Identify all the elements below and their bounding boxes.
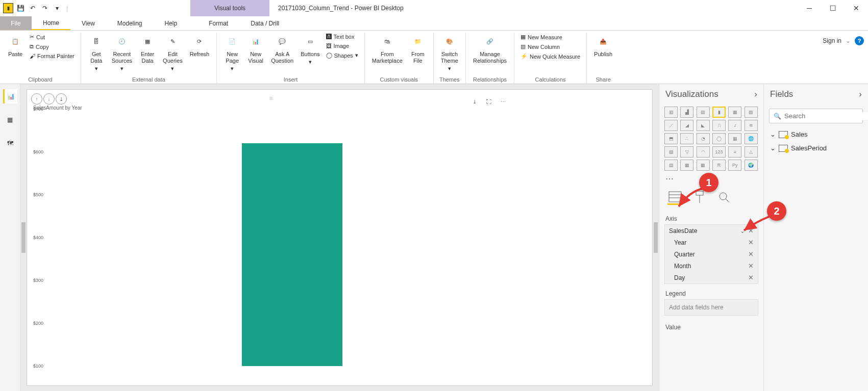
viz-100-stacked-bar[interactable]: ▦: [728, 107, 741, 118]
manage-relationships-button[interactable]: 🔗Manage Relationships: [470, 33, 510, 65]
ask-question-button[interactable]: 💬Ask A Question: [268, 33, 296, 65]
drill-up-button[interactable]: ↑: [31, 93, 42, 105]
edit-queries-button[interactable]: ✎Edit Queries▾: [160, 33, 186, 73]
recent-sources-button[interactable]: 🕘Recent Sources▾: [109, 33, 135, 73]
image-button[interactable]: 🖼Image: [324, 42, 360, 50]
remove-field-icon[interactable]: ✕: [748, 239, 754, 246]
expand-icon[interactable]: ⌄: [770, 131, 776, 138]
maximize-button[interactable]: ☐: [821, 0, 845, 16]
viz-treemap[interactable]: ▦: [728, 133, 741, 144]
chevron-down-icon[interactable]: ⌄: [846, 37, 851, 44]
viz-line-stacked-column[interactable]: ⎍: [712, 120, 726, 131]
viz-slicer[interactable]: ▤: [664, 160, 678, 171]
column-chart-visual[interactable]: ↑ ↓ ⤓ ≡ ⤓ ⛶ ⋯ SalesAmount by Year $700 $…: [31, 93, 511, 378]
qat-more-icon[interactable]: ▾: [52, 3, 62, 13]
drill-down-button[interactable]: ↓: [43, 93, 55, 105]
new-column-button[interactable]: ▥New Column: [518, 42, 582, 51]
focus-mode-icon[interactable]: ⛶: [483, 96, 494, 107]
format-painter-button[interactable]: 🖌Format Painter: [28, 52, 77, 60]
axis-field-year[interactable]: Year✕: [665, 237, 758, 248]
save-icon[interactable]: 💾: [15, 3, 26, 13]
expand-all-button[interactable]: ⤓: [56, 93, 67, 105]
viz-clustered-column[interactable]: ▮: [712, 107, 726, 118]
buttons-button[interactable]: ▭Buttons▾: [297, 33, 323, 66]
report-view-button[interactable]: 📊: [3, 89, 17, 103]
close-button[interactable]: ✕: [845, 0, 868, 16]
tab-help[interactable]: Help: [154, 16, 189, 30]
expand-icon[interactable]: ⌄: [770, 144, 776, 152]
copy-button[interactable]: ⧉Copy: [28, 42, 77, 51]
viz-map[interactable]: 🌐: [745, 133, 758, 144]
viz-funnel[interactable]: ▽: [680, 146, 693, 158]
viz-stacked-bar[interactable]: ▥: [664, 107, 678, 118]
from-marketplace-button[interactable]: 🛍From Marketplace: [369, 33, 406, 65]
viz-ribbon[interactable]: ≋: [745, 120, 758, 131]
viz-pie[interactable]: ◔: [697, 133, 710, 144]
axis-field-quarter[interactable]: Quarter✕: [665, 248, 758, 260]
visual-drag-handle-icon[interactable]: ≡: [269, 95, 272, 102]
axis-field-month[interactable]: Month✕: [665, 260, 758, 272]
fields-search-input[interactable]: [784, 112, 868, 120]
data-view-button[interactable]: ▦: [3, 113, 17, 127]
get-data-button[interactable]: 🗄Get Data▾: [85, 33, 108, 73]
text-box-button[interactable]: 🅰Text box: [324, 33, 360, 41]
chart-bar[interactable]: [242, 143, 342, 366]
viz-matrix[interactable]: ▦: [697, 160, 710, 171]
export-data-icon[interactable]: ⤓: [469, 96, 480, 107]
axis-field-day[interactable]: Day✕: [665, 272, 758, 283]
viz-clustered-bar[interactable]: ▤: [697, 107, 710, 118]
tab-modeling[interactable]: Modeling: [106, 16, 154, 30]
cut-button[interactable]: ✂Cut: [28, 33, 77, 41]
viz-filled-map[interactable]: ▨: [664, 146, 678, 158]
viz-area[interactable]: ◢: [680, 120, 693, 131]
viz-py[interactable]: Py: [728, 160, 741, 171]
redo-icon[interactable]: ↷: [40, 3, 50, 13]
viz-stacked-column[interactable]: ▟: [680, 107, 693, 118]
sign-in-link[interactable]: Sign in: [823, 37, 841, 44]
undo-icon[interactable]: ↶: [28, 3, 38, 13]
paste-button[interactable]: 📋 Paste: [4, 33, 27, 59]
viz-multi-row-card[interactable]: ≡: [728, 146, 741, 158]
model-view-button[interactable]: 🗺: [3, 136, 17, 150]
viz-scatter[interactable]: ∴: [680, 133, 693, 144]
viz-donut[interactable]: ◯: [712, 133, 726, 144]
tab-home[interactable]: Home: [32, 16, 70, 30]
field-table-salesperiod[interactable]: ⌄ SalesPeriod: [764, 141, 868, 155]
tab-view[interactable]: View: [70, 16, 106, 30]
minimize-button[interactable]: ─: [798, 0, 821, 16]
viz-line-clustered-column[interactable]: ⎎: [728, 120, 741, 131]
from-file-button[interactable]: 📁From File: [407, 33, 429, 65]
viz-card[interactable]: 123: [712, 146, 726, 158]
enter-data-button[interactable]: ▦Enter Data: [136, 33, 159, 65]
canvas-grip-left[interactable]: [21, 222, 26, 253]
legend-field-well[interactable]: Add data fields here: [664, 299, 758, 316]
viz-arcgis[interactable]: 🌍: [745, 160, 758, 171]
shapes-button[interactable]: ◯Shapes▾: [324, 51, 360, 60]
viz-kpi[interactable]: △: [745, 146, 758, 158]
analytics-tab[interactable]: [716, 190, 732, 205]
viz-table[interactable]: ▦: [680, 160, 693, 171]
new-visual-button[interactable]: 📊New Visual: [244, 33, 267, 65]
new-measure-button[interactable]: ▦New Measure: [518, 33, 582, 41]
viz-stacked-area[interactable]: ◣: [697, 120, 710, 131]
viz-gauge[interactable]: ◠: [697, 146, 710, 158]
tab-data-drill[interactable]: Data / Drill: [239, 16, 290, 30]
canvas-grip-right[interactable]: [654, 222, 658, 253]
new-quick-measure-button[interactable]: ⚡New Quick Measure: [518, 52, 582, 61]
viz-line[interactable]: ／: [664, 120, 678, 131]
viz-waterfall[interactable]: ⬒: [664, 133, 678, 144]
collapse-pane-icon[interactable]: ›: [859, 89, 862, 99]
collapse-pane-icon[interactable]: ›: [754, 89, 757, 99]
publish-button[interactable]: 📤Publish: [591, 33, 615, 59]
fields-search[interactable]: 🔍: [769, 109, 863, 123]
tab-format[interactable]: Format: [197, 16, 239, 30]
more-options-icon[interactable]: ⋯: [498, 96, 509, 107]
refresh-button[interactable]: ⟳Refresh: [187, 33, 213, 59]
switch-theme-button[interactable]: 🎨Switch Theme▾: [438, 33, 461, 73]
viz-r[interactable]: R: [712, 160, 726, 171]
viz-100-stacked-column[interactable]: ▧: [745, 107, 758, 118]
remove-field-icon[interactable]: ✕: [748, 262, 754, 270]
remove-field-icon[interactable]: ✕: [748, 250, 754, 258]
new-page-button[interactable]: 📄New Page▾: [221, 33, 243, 73]
tab-file[interactable]: File: [0, 16, 32, 30]
